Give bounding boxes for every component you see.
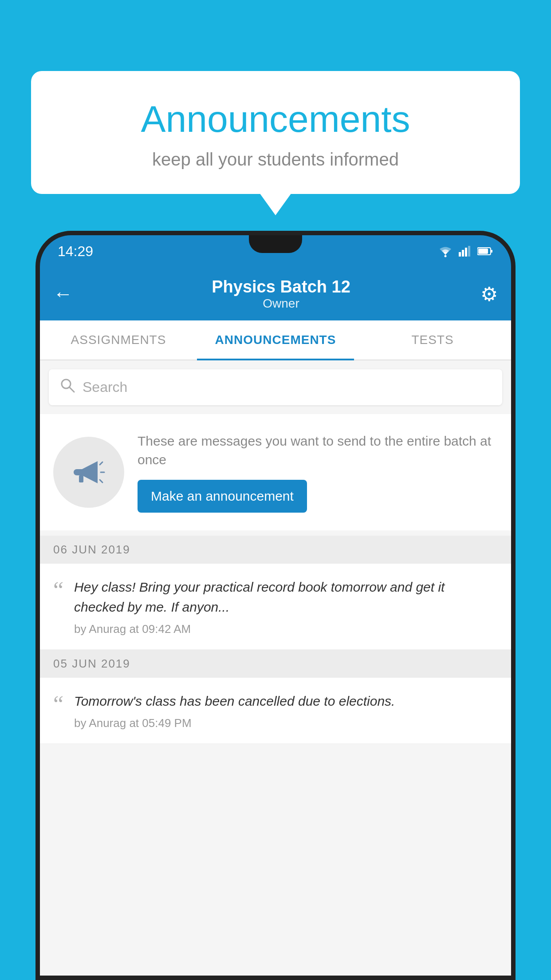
search-bar[interactable]: Search	[49, 369, 502, 405]
phone-frame: 14:29 ←	[35, 231, 516, 980]
app-bar-subtitle: Owner	[82, 296, 480, 311]
announcement-message-1: Hey class! Bring your practical record b…	[74, 577, 498, 617]
status-time: 14:29	[58, 243, 93, 260]
tabs-bar: ASSIGNMENTS ANNOUNCEMENTS TESTS	[40, 320, 511, 360]
announcement-text-1: Hey class! Bring your practical record b…	[74, 577, 498, 636]
date-separator-2: 05 JUN 2019	[40, 650, 511, 678]
svg-rect-3	[465, 248, 467, 257]
app-content: ASSIGNMENTS ANNOUNCEMENTS TESTS Search	[40, 320, 511, 976]
svg-rect-10	[79, 475, 83, 482]
wifi-icon	[437, 245, 453, 257]
app-bar-title: Physics Batch 12	[82, 277, 480, 296]
signal-icon	[459, 246, 472, 257]
svg-rect-1	[459, 252, 461, 257]
svg-point-0	[445, 255, 447, 257]
svg-rect-4	[468, 246, 470, 257]
svg-line-9	[69, 387, 74, 392]
announcement-meta-2: by Anurag at 05:49 PM	[74, 716, 498, 730]
svg-line-11	[100, 462, 102, 465]
promo-text-section: These are messages you want to send to t…	[138, 432, 498, 513]
settings-icon[interactable]: ⚙	[480, 283, 498, 305]
speech-bubble-subtitle: keep all your students informed	[53, 150, 498, 170]
speech-bubble-card: Announcements keep all your students inf…	[31, 71, 520, 194]
promo-card: These are messages you want to send to t…	[40, 414, 511, 530]
app-bar-title-section: Physics Batch 12 Owner	[82, 277, 480, 311]
promo-description: These are messages you want to send to t…	[138, 432, 498, 469]
battery-icon	[477, 247, 493, 256]
svg-rect-2	[462, 250, 464, 257]
tab-announcements[interactable]: ANNOUNCEMENTS	[197, 320, 354, 360]
announcement-message-2: Tomorrow's class has been cancelled due …	[74, 691, 498, 711]
announcement-item-1[interactable]: “ Hey class! Bring your practical record…	[40, 564, 511, 650]
back-button[interactable]: ←	[53, 283, 73, 305]
svg-rect-7	[478, 249, 488, 254]
speech-bubble-title: Announcements	[53, 98, 498, 141]
announcement-item-2[interactable]: “ Tomorrow's class has been cancelled du…	[40, 678, 511, 744]
date-separator-1: 06 JUN 2019	[40, 536, 511, 564]
make-announcement-button[interactable]: Make an announcement	[138, 480, 307, 513]
tab-assignments[interactable]: ASSIGNMENTS	[40, 320, 197, 360]
megaphone-icon	[69, 452, 109, 492]
app-bar: ← Physics Batch 12 Owner ⚙	[40, 267, 511, 320]
search-icon	[59, 377, 75, 397]
notch	[249, 235, 302, 253]
quote-icon-1: “	[53, 579, 63, 602]
quote-icon-2: “	[53, 693, 63, 716]
search-placeholder-text: Search	[83, 379, 127, 395]
promo-icon-circle	[53, 437, 124, 508]
tab-tests[interactable]: TESTS	[354, 320, 511, 360]
announcement-meta-1: by Anurag at 09:42 AM	[74, 622, 498, 636]
status-icons	[437, 245, 493, 257]
svg-rect-6	[491, 250, 492, 253]
announcement-text-2: Tomorrow's class has been cancelled due …	[74, 691, 498, 730]
scroll-content: Search These are messages you want to se…	[40, 360, 511, 976]
status-bar: 14:29	[40, 235, 511, 267]
svg-line-13	[100, 480, 102, 482]
